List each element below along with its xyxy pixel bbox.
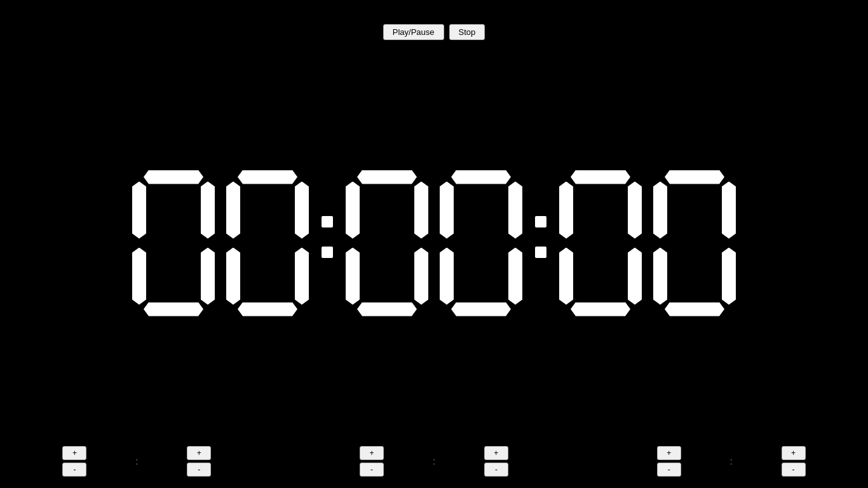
clock-area xyxy=(0,40,868,446)
seconds-ones-controls: + - xyxy=(782,446,806,477)
seconds-group xyxy=(559,170,736,316)
seconds-tens-plus-button[interactable]: + xyxy=(657,446,681,460)
hours-tens-plus-button[interactable]: + xyxy=(62,446,86,460)
colon-2 xyxy=(535,216,546,271)
hours-tens-digit xyxy=(132,170,215,316)
seconds-ones-digit xyxy=(653,170,736,316)
bottom-separator-2: : xyxy=(433,457,435,466)
minutes-tens-digit xyxy=(346,170,428,316)
hours-ones-minus-button[interactable]: - xyxy=(187,463,211,477)
seconds-ones-plus-button[interactable]: + xyxy=(782,446,806,460)
seconds-tens-digit xyxy=(559,170,642,316)
colon-1 xyxy=(322,216,333,271)
minutes-ones-controls: + - xyxy=(484,446,508,477)
top-controls: Play/Pause Stop xyxy=(383,24,485,40)
colon-dot-bottom xyxy=(322,247,333,258)
minutes-ones-plus-button[interactable]: + xyxy=(484,446,508,460)
hours-ones-digit xyxy=(226,170,309,316)
colon-dot-top-2 xyxy=(535,216,546,227)
seconds-tens-minus-button[interactable]: - xyxy=(657,463,681,477)
hours-ones-controls: + - xyxy=(187,446,211,477)
hours-ones-plus-button[interactable]: + xyxy=(187,446,211,460)
colon-dot-bottom-2 xyxy=(535,247,546,258)
minutes-tens-controls: + - xyxy=(360,446,384,477)
minutes-tens-minus-button[interactable]: - xyxy=(360,463,384,477)
seconds-ones-minus-button[interactable]: - xyxy=(782,463,806,477)
seconds-tens-controls: + - xyxy=(657,446,681,477)
bottom-separator-3: : xyxy=(730,457,733,466)
bottom-separator-1: : xyxy=(135,457,138,466)
colon-dot-top xyxy=(322,216,333,227)
play-pause-button[interactable]: Play/Pause xyxy=(383,24,444,40)
minutes-tens-plus-button[interactable]: + xyxy=(360,446,384,460)
minutes-ones-minus-button[interactable]: - xyxy=(484,463,508,477)
minutes-group xyxy=(346,170,522,316)
stop-button[interactable]: Stop xyxy=(449,24,485,40)
minutes-ones-digit xyxy=(440,170,522,316)
bottom-controls: + - : + - + - : + - + - : + - xyxy=(0,446,868,477)
hours-tens-minus-button[interactable]: - xyxy=(62,463,86,477)
hours-group xyxy=(132,170,309,316)
clock-display xyxy=(132,170,736,316)
hours-tens-controls: + - xyxy=(62,446,86,477)
